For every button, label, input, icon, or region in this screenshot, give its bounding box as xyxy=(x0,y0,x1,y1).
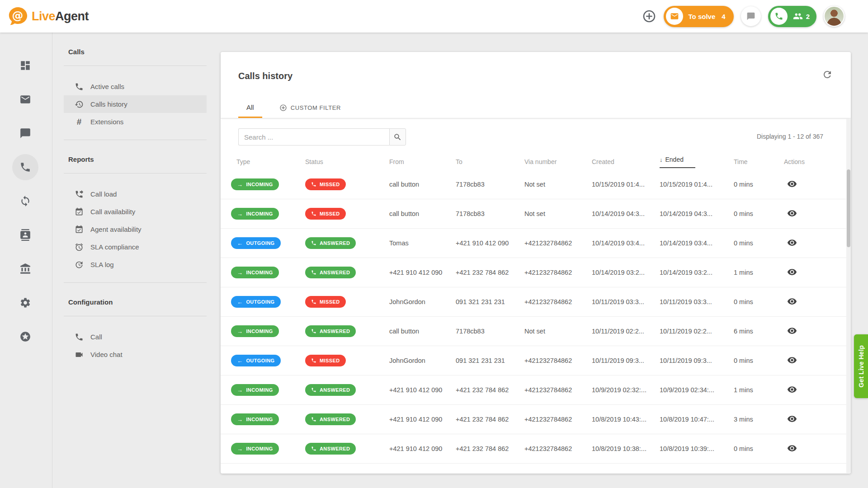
rail-item-gear[interactable] xyxy=(12,290,38,316)
bank-icon xyxy=(19,263,31,275)
rail-item-dashboard[interactable] xyxy=(12,52,38,79)
search-group xyxy=(238,128,406,145)
user-avatar[interactable] xyxy=(824,6,844,27)
actions-cell xyxy=(774,179,851,190)
view-call-button[interactable] xyxy=(787,179,797,189)
liveagent-logo-icon: @ xyxy=(7,6,28,27)
column-header-created[interactable]: Created xyxy=(592,158,660,165)
to-cell: 091 321 231 231 xyxy=(456,298,524,305)
view-call-button[interactable] xyxy=(787,238,797,248)
call-row: →INCOMINGANSWERED+421 910 412 090+421 23… xyxy=(221,434,851,464)
sidebar-item-calls-history[interactable]: Calls history xyxy=(64,95,207,113)
scrollbar-thumb[interactable] xyxy=(847,169,850,247)
rail-item-mail[interactable] xyxy=(12,86,38,113)
get-live-help-label: Get Live Help xyxy=(858,345,865,387)
column-header-ended[interactable]: ↓Ended xyxy=(660,156,734,168)
column-header-type[interactable]: Type xyxy=(231,158,305,165)
rail-item-phone[interactable] xyxy=(12,154,38,180)
sidebar-item-label: SLA log xyxy=(90,261,114,268)
sidebar-item-call-availability[interactable]: Call availability xyxy=(64,203,207,221)
phone-icon xyxy=(311,358,316,363)
to-solve-button[interactable]: To solve 4 xyxy=(664,6,734,27)
sidebar-item-video-chat[interactable]: Video chat xyxy=(64,346,207,363)
view-call-button[interactable] xyxy=(787,208,797,218)
rail-item-chat[interactable] xyxy=(12,120,38,146)
rail-item-contacts[interactable] xyxy=(12,222,38,248)
created-cell: 10/11/2019 09:3... xyxy=(592,357,660,364)
arrow-right-icon: → xyxy=(237,182,243,188)
sidebar-item-extensions[interactable]: #Extensions xyxy=(64,113,207,131)
type-badge: →INCOMING xyxy=(231,413,279,425)
to-cell: +421 910 412 090 xyxy=(456,239,524,247)
sidebar-item-label: Call xyxy=(90,333,102,341)
eye-icon xyxy=(787,296,797,306)
via-number-cell: Not set xyxy=(524,328,592,335)
sidebar-item-label: Video chat xyxy=(90,351,123,358)
get-live-help-button[interactable]: Get Live Help xyxy=(854,334,868,398)
sidebar-item-label: Call load xyxy=(90,190,117,198)
sidebar-item-active-calls[interactable]: Active calls xyxy=(64,78,207,95)
column-header-to[interactable]: To xyxy=(456,158,524,165)
sidebar-item-sla-log[interactable]: SLA log xyxy=(64,256,207,273)
sidebar-section-title: Calls xyxy=(64,33,207,66)
status-cell: MISSED xyxy=(305,355,389,366)
call-row: ←OUTGOINGMISSEDJohnGordon091 321 231 231… xyxy=(221,287,851,317)
column-header-actions[interactable]: Actions xyxy=(774,158,851,165)
search-input[interactable] xyxy=(238,128,389,145)
phone-icon-circle xyxy=(770,8,788,25)
column-header-time[interactable]: Time xyxy=(734,158,774,165)
time-cell: 1 mins xyxy=(734,269,774,276)
view-call-button[interactable] xyxy=(787,443,797,453)
eye-icon xyxy=(787,355,797,365)
call-row: ←OUTGOINGMISSEDJohnGordon091 321 231 231… xyxy=(221,346,851,375)
refresh-icon xyxy=(822,69,833,80)
arrow-left-icon: ← xyxy=(237,358,243,364)
call-row: →INCOMINGANSWERED+421 910 412 090+421 23… xyxy=(221,405,851,434)
view-call-button[interactable] xyxy=(787,267,797,277)
status-cell: MISSED xyxy=(305,208,389,220)
calendar-check-icon xyxy=(75,207,84,216)
to-cell: +421 232 784 862 xyxy=(456,445,524,452)
view-call-button[interactable] xyxy=(787,414,797,424)
rail-item-star-circle[interactable] xyxy=(12,324,38,350)
liveagent-logo[interactable]: @ LiveAgent xyxy=(7,6,89,27)
status-cell: ANSWERED xyxy=(305,267,389,278)
view-call-button[interactable] xyxy=(787,355,797,365)
eye-icon xyxy=(787,385,797,394)
from-cell: +421 910 412 090 xyxy=(389,416,456,423)
view-call-button[interactable] xyxy=(787,326,797,336)
rail-item-sync[interactable] xyxy=(12,188,38,214)
search-button[interactable] xyxy=(389,128,406,145)
calls-online-button[interactable]: 2 xyxy=(768,6,816,27)
type-badge: →INCOMING xyxy=(231,325,279,337)
sidebar-item-call-load[interactable]: Call load xyxy=(64,185,207,203)
phone-arrow-icon xyxy=(75,190,84,199)
chats-button[interactable] xyxy=(741,6,761,26)
status-cell: MISSED xyxy=(305,296,389,308)
sidebar-item-call[interactable]: Call xyxy=(64,328,207,346)
status-badge: ANSWERED xyxy=(305,413,356,425)
sidebar-item-agent-availability[interactable]: Agent availability xyxy=(64,221,207,238)
column-header-status[interactable]: Status xyxy=(305,158,389,165)
refresh-button[interactable] xyxy=(822,69,833,82)
alarm-icon xyxy=(75,243,84,252)
phone-icon xyxy=(311,328,316,334)
quick-add-button[interactable] xyxy=(642,9,656,23)
tab-all[interactable]: All xyxy=(238,103,262,118)
view-call-button[interactable] xyxy=(787,385,797,394)
tab-custom-filter[interactable]: CUSTOM FILTER xyxy=(279,104,341,118)
view-call-button[interactable] xyxy=(787,296,797,306)
time-cell: 0 mins xyxy=(734,445,774,452)
eye-icon xyxy=(787,238,797,248)
phone-icon xyxy=(311,446,316,451)
rail-item-bank[interactable] xyxy=(12,256,38,282)
sidebar-item-sla-compliance[interactable]: SLA compliance xyxy=(64,238,207,256)
column-header-via-number[interactable]: Via number xyxy=(524,158,592,165)
sidebar-menu: CallsActive callsCalls history#Extension… xyxy=(64,33,207,372)
via-number-cell: +421232784862 xyxy=(524,269,592,276)
actions-cell xyxy=(774,208,851,220)
agents-icon-wrap xyxy=(793,11,803,21)
ended-cell: 10/8/2019 10:47:... xyxy=(660,416,734,423)
column-header-from[interactable]: From xyxy=(389,158,456,165)
table-header-row: TypeStatusFromToVia numberCreated↓EndedT… xyxy=(221,154,851,170)
